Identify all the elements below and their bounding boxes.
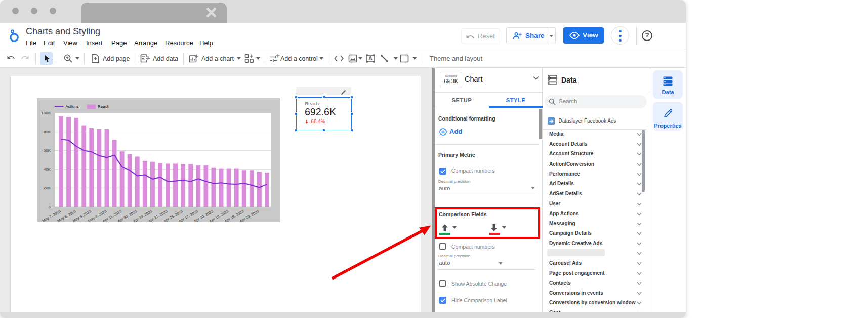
svg-text:A: A xyxy=(368,55,373,61)
